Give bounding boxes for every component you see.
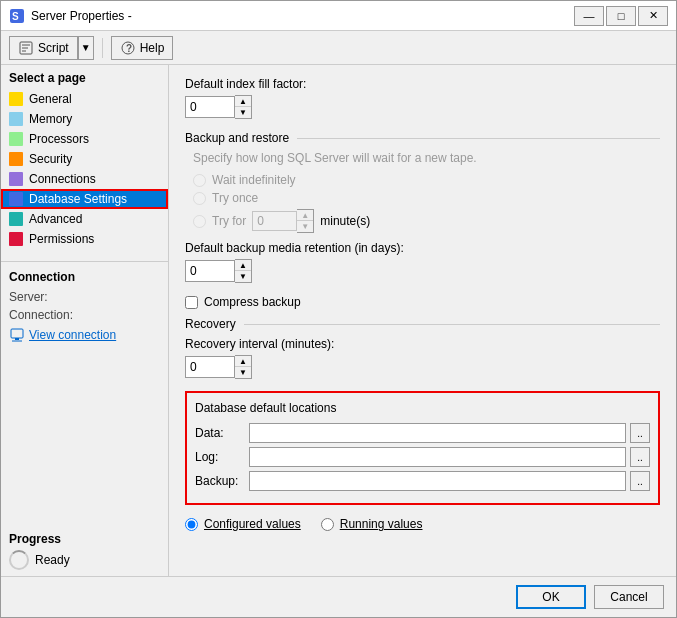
sidebar-item-security[interactable]: Security bbox=[1, 149, 168, 169]
compress-backup-label: Compress backup bbox=[204, 295, 301, 309]
connection-label: Connection: bbox=[9, 308, 73, 322]
configured-values-label: Configured values bbox=[204, 517, 301, 531]
try-for-up-button: ▲ bbox=[297, 210, 313, 221]
data-browse-button[interactable]: .. bbox=[630, 423, 650, 443]
script-dropdown-button[interactable]: ▼ bbox=[78, 36, 94, 60]
recovery-section-divider: Recovery bbox=[185, 317, 660, 331]
connection-row: Connection: bbox=[1, 306, 168, 324]
recovery-interval-up-button[interactable]: ▲ bbox=[235, 356, 251, 367]
backup-input[interactable] bbox=[249, 471, 626, 491]
backup-section-divider: Backup and restore bbox=[185, 131, 660, 145]
backup-location-row: Backup: .. bbox=[195, 471, 650, 491]
sidebar-item-general[interactable]: General bbox=[1, 89, 168, 109]
retention-spin-buttons: ▲ ▼ bbox=[235, 259, 252, 283]
wait-indefinitely-label: Wait indefinitely bbox=[212, 173, 296, 187]
recovery-interval-input[interactable] bbox=[185, 356, 235, 378]
ok-button[interactable]: OK bbox=[516, 585, 586, 609]
values-radio-group: Configured values Running values bbox=[185, 517, 660, 531]
svg-text:S: S bbox=[12, 11, 19, 22]
log-browse-button[interactable]: .. bbox=[630, 447, 650, 467]
advanced-icon bbox=[9, 212, 23, 226]
security-icon bbox=[9, 152, 23, 166]
server-properties-window: S Server Properties - — □ ✕ Script ▼ bbox=[0, 0, 677, 618]
sidebar-item-database-settings[interactable]: Database Settings bbox=[1, 189, 168, 209]
server-label: Server: bbox=[9, 290, 48, 304]
running-values-radio[interactable] bbox=[321, 518, 334, 531]
sidebar-item-security-label: Security bbox=[29, 152, 72, 166]
try-for-input bbox=[252, 211, 297, 231]
maximize-button[interactable]: □ bbox=[606, 6, 636, 26]
sidebar-item-connections-label: Connections bbox=[29, 172, 96, 186]
fill-factor-input[interactable] bbox=[185, 96, 235, 118]
svg-text:?: ? bbox=[126, 43, 132, 54]
log-input[interactable] bbox=[249, 447, 626, 467]
retention-up-button[interactable]: ▲ bbox=[235, 260, 251, 271]
help-button[interactable]: ? Help bbox=[111, 36, 174, 60]
script-button[interactable]: Script bbox=[9, 36, 78, 60]
app-icon: S bbox=[9, 8, 25, 24]
help-label: Help bbox=[140, 41, 165, 55]
data-input[interactable] bbox=[249, 423, 626, 443]
sidebar-item-general-label: General bbox=[29, 92, 72, 106]
log-label: Log: bbox=[195, 450, 245, 464]
sidebar-item-permissions-label: Permissions bbox=[29, 232, 94, 246]
recovery-interval-down-button[interactable]: ▼ bbox=[235, 367, 251, 378]
fill-factor-group: Default index fill factor: ▲ ▼ bbox=[185, 77, 660, 119]
backup-hint-text: Specify how long SQL Server will wait fo… bbox=[193, 151, 660, 165]
processors-icon bbox=[9, 132, 23, 146]
window-controls: — □ ✕ bbox=[574, 6, 668, 26]
connections-icon bbox=[9, 172, 23, 186]
sidebar-item-connections[interactable]: Connections bbox=[1, 169, 168, 189]
help-icon: ? bbox=[120, 40, 136, 56]
sidebar-item-advanced[interactable]: Advanced bbox=[1, 209, 168, 229]
sidebar-item-memory-label: Memory bbox=[29, 112, 72, 126]
try-for-down-button: ▼ bbox=[297, 221, 313, 232]
title-bar: S Server Properties - — □ ✕ bbox=[1, 1, 676, 31]
sidebar-item-processors[interactable]: Processors bbox=[1, 129, 168, 149]
view-connection-label: View connection bbox=[29, 328, 116, 342]
try-once-row: Try once bbox=[193, 191, 660, 205]
recovery-interval-spin-buttons: ▲ ▼ bbox=[235, 355, 252, 379]
select-page-title: Select a page bbox=[1, 65, 168, 89]
main-content: Select a page General Memory Processors … bbox=[1, 65, 676, 576]
progress-title: Progress bbox=[9, 532, 160, 546]
sidebar-item-dbsettings-label: Database Settings bbox=[29, 192, 127, 206]
backup-browse-button[interactable]: .. bbox=[630, 471, 650, 491]
close-button[interactable]: ✕ bbox=[638, 6, 668, 26]
data-location-row: Data: .. bbox=[195, 423, 650, 443]
retention-label: Default backup media retention (in days)… bbox=[185, 241, 660, 255]
backup-label: Backup: bbox=[195, 474, 245, 488]
progress-status: Ready bbox=[35, 553, 70, 567]
try-for-input-group: ▲ ▼ bbox=[252, 209, 314, 233]
wait-indefinitely-row: Wait indefinitely bbox=[193, 173, 660, 187]
sidebar-item-memory[interactable]: Memory bbox=[1, 109, 168, 129]
db-locations-box: Database default locations Data: .. Log:… bbox=[185, 391, 660, 505]
configured-values-radio[interactable] bbox=[185, 518, 198, 531]
backup-section-label: Backup and restore bbox=[185, 131, 289, 145]
toolbar-separator bbox=[102, 38, 103, 58]
try-once-label: Try once bbox=[212, 191, 258, 205]
data-label: Data: bbox=[195, 426, 245, 440]
sidebar-item-processors-label: Processors bbox=[29, 132, 89, 146]
sidebar-item-advanced-label: Advanced bbox=[29, 212, 82, 226]
view-connection-link[interactable]: View connection bbox=[1, 324, 168, 346]
backup-section-line bbox=[297, 138, 660, 139]
recovery-section-label: Recovery bbox=[185, 317, 236, 331]
recovery-interval-input-group: ▲ ▼ bbox=[185, 355, 660, 379]
try-for-row: Try for ▲ ▼ minute(s) bbox=[193, 209, 660, 233]
retention-down-button[interactable]: ▼ bbox=[235, 271, 251, 282]
running-values-item: Running values bbox=[321, 517, 423, 531]
fill-factor-up-button[interactable]: ▲ bbox=[235, 96, 251, 107]
try-for-radio[interactable] bbox=[193, 215, 206, 228]
minimize-button[interactable]: — bbox=[574, 6, 604, 26]
backup-radio-group: Wait indefinitely Try once Try for ▲ ▼ bbox=[193, 173, 660, 233]
wait-indefinitely-radio[interactable] bbox=[193, 174, 206, 187]
cancel-button[interactable]: Cancel bbox=[594, 585, 664, 609]
try-once-radio[interactable] bbox=[193, 192, 206, 205]
log-location-row: Log: .. bbox=[195, 447, 650, 467]
compress-backup-checkbox[interactable] bbox=[185, 296, 198, 309]
fill-factor-down-button[interactable]: ▼ bbox=[235, 107, 251, 118]
fill-factor-label: Default index fill factor: bbox=[185, 77, 660, 91]
sidebar-item-permissions[interactable]: Permissions bbox=[1, 229, 168, 249]
retention-input[interactable] bbox=[185, 260, 235, 282]
